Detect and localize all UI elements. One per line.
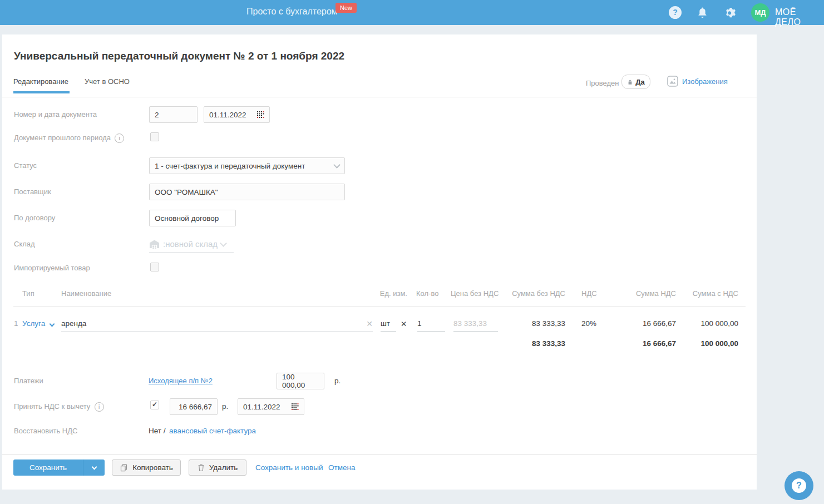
col-total: Сумма с НДС bbox=[675, 289, 738, 298]
col-type: Тип bbox=[22, 289, 34, 298]
number-input[interactable]: 2 bbox=[149, 106, 198, 123]
floating-help-button[interactable]: ? bbox=[784, 471, 813, 500]
vat-deduct-checkbox[interactable]: ✓ bbox=[150, 401, 159, 409]
row-price-input[interactable]: 83 333,33 bbox=[453, 319, 498, 332]
row-name-input[interactable]: аренда ✕ bbox=[61, 319, 373, 332]
warehouse-value: :новной склад bbox=[163, 239, 218, 249]
col-vat-sum: Сумма НДС bbox=[606, 289, 676, 298]
row-vat-sum: 16 666,67 bbox=[606, 319, 676, 328]
row-total: 100 000,00 bbox=[675, 319, 738, 328]
supplier-input[interactable]: ООО "РОМАШКА" bbox=[149, 184, 345, 200]
trash-icon bbox=[198, 463, 205, 472]
advance-invoice-link[interactable]: авансовый счет-фактура bbox=[169, 427, 256, 435]
col-unit: Ед. изм. bbox=[376, 289, 407, 298]
past-period-checkbox[interactable] bbox=[150, 132, 159, 141]
table-header-divider bbox=[13, 307, 746, 307]
imported-goods-label: Импортируемый товар bbox=[14, 264, 90, 272]
posted-label: Проведен bbox=[586, 79, 619, 87]
promo-text: Просто с бухгалтером bbox=[246, 7, 338, 17]
vat-date-input[interactable]: 01.11.2022 bbox=[238, 398, 304, 415]
calendar-icon[interactable] bbox=[257, 111, 264, 118]
row-type-select[interactable]: Услуга bbox=[22, 319, 54, 328]
row-number: 1 bbox=[14, 319, 18, 328]
bell-icon[interactable] bbox=[696, 6, 709, 19]
col-qty: Кол-во bbox=[416, 289, 438, 298]
vat-restore-label: Восстановить НДС bbox=[14, 427, 77, 435]
question-mark-icon: ? bbox=[792, 478, 806, 493]
contract-label: По договору bbox=[14, 214, 55, 222]
calendar-icon[interactable] bbox=[292, 403, 299, 410]
footer-divider bbox=[2, 454, 757, 455]
lock-icon bbox=[627, 79, 633, 85]
warehouse-select: :новной склад bbox=[149, 236, 234, 253]
chevron-down-icon bbox=[220, 240, 227, 247]
tab-editing[interactable]: Редактирование bbox=[13, 77, 68, 86]
status-label: Статус bbox=[14, 161, 37, 170]
total-with-vat: 100 000,00 bbox=[675, 339, 738, 348]
warehouse-icon bbox=[149, 239, 160, 249]
document-card: Универсальный передаточный документ № 2 … bbox=[2, 34, 757, 490]
save-button[interactable]: Сохранить bbox=[13, 459, 105, 476]
total-vat-sum: 16 666,67 bbox=[606, 339, 676, 348]
tab-osno[interactable]: Учет в ОСНО bbox=[85, 77, 130, 86]
avatar[interactable]: МД bbox=[751, 3, 769, 22]
images-link[interactable]: Изображения bbox=[682, 77, 728, 86]
col-vat: НДС bbox=[581, 289, 597, 298]
page-title: Универсальный передаточный документ № 2 … bbox=[14, 50, 344, 62]
payments-label: Платежи bbox=[14, 377, 43, 385]
save-dropdown[interactable] bbox=[83, 459, 105, 476]
copy-button[interactable]: Копировать bbox=[112, 459, 181, 476]
info-icon[interactable]: i bbox=[115, 134, 124, 143]
number-date-label: Номер и дата документа bbox=[14, 110, 97, 118]
chevron-down-icon bbox=[333, 161, 341, 169]
image-icon bbox=[667, 76, 678, 87]
col-sum-no-vat: Сумма без НДС bbox=[506, 289, 565, 298]
row-sum-no-vat: 83 333,33 bbox=[506, 319, 565, 328]
images-link-wrap[interactable]: Изображения bbox=[667, 76, 728, 87]
brand-logo[interactable]: МОЁ ДЕЛО bbox=[775, 7, 824, 27]
active-tab-underline bbox=[13, 91, 70, 93]
currency-label: р. bbox=[334, 377, 341, 385]
posted-toggle[interactable]: Да bbox=[621, 75, 650, 89]
past-period-label: Документ прошлого периода i bbox=[14, 134, 124, 143]
col-name: Наименование bbox=[61, 289, 111, 298]
clear-icon[interactable]: ✕ bbox=[366, 319, 373, 328]
col-price: Цена без НДС bbox=[451, 289, 499, 298]
chevron-down-icon bbox=[50, 322, 55, 327]
imported-goods-checkbox[interactable] bbox=[150, 263, 159, 271]
save-and-new-link[interactable]: Сохранить и новый bbox=[255, 463, 323, 472]
row-vat: 20% bbox=[581, 319, 596, 328]
cancel-link[interactable]: Отмена bbox=[328, 463, 355, 472]
date-input[interactable]: 01.11.2022 bbox=[204, 106, 270, 123]
vat-restore-value: Нет / bbox=[149, 427, 166, 435]
currency-label: р. bbox=[222, 402, 228, 411]
contract-button[interactable]: Основной договор bbox=[149, 210, 236, 226]
help-icon[interactable]: ? bbox=[669, 6, 682, 19]
row-qty-input[interactable]: 1 bbox=[417, 319, 445, 332]
copy-icon bbox=[120, 463, 128, 472]
warehouse-label: Склад bbox=[14, 240, 35, 248]
payment-order-link[interactable]: Исходящее п/п №2 bbox=[149, 377, 213, 385]
top-bar: Просто с бухгалтером New ? МД МОЁ ДЕЛО bbox=[0, 0, 824, 25]
promo-new-badge: New bbox=[335, 3, 357, 13]
status-select[interactable]: 1 - счет-фактура и передаточный документ bbox=[149, 157, 345, 174]
info-icon[interactable]: i bbox=[95, 402, 104, 412]
tabs-divider bbox=[2, 97, 757, 97]
posted-value: Да bbox=[635, 78, 645, 86]
total-sum-no-vat: 83 333,33 bbox=[506, 339, 565, 348]
supplier-label: Поставщик bbox=[14, 187, 51, 196]
gear-icon[interactable] bbox=[724, 6, 737, 19]
delete-button[interactable]: Удалить bbox=[189, 459, 246, 476]
row-unit-input[interactable]: шт bbox=[381, 319, 396, 332]
payment-amount-input[interactable]: 100 000,00 bbox=[277, 373, 324, 389]
vat-amount-input[interactable]: 16 666,67 bbox=[170, 398, 218, 415]
vat-deduct-label: Принять НДС к вычету i bbox=[14, 402, 104, 412]
clear-icon[interactable]: ✕ bbox=[401, 319, 407, 328]
